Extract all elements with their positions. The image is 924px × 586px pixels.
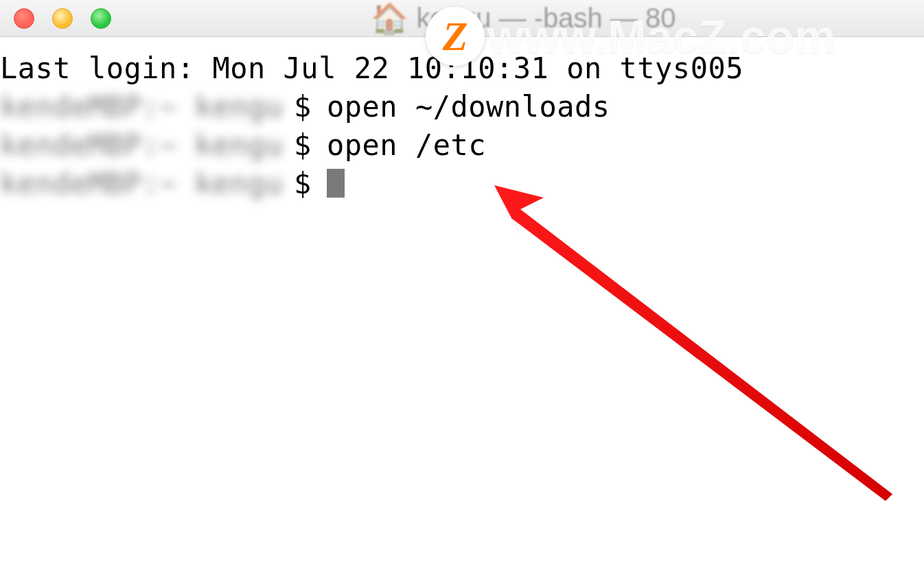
minimize-button[interactable]	[52, 8, 73, 29]
svg-marker-0	[494, 185, 892, 501]
prompt-host: kendeMBP:~ kengu	[0, 165, 294, 203]
command-line-2: kendeMBP:~ kengu$open /etc	[0, 126, 924, 165]
prompt-host: kendeMBP:~ kengu	[0, 126, 294, 165]
prompt-symbol: $	[294, 88, 327, 126]
home-icon: 🏠	[371, 1, 408, 36]
watermark-badge-icon: Z	[426, 7, 485, 66]
command-line-1: kendeMBP:~ kengu$open ~/downloads	[0, 88, 924, 126]
command-text: open /etc	[327, 126, 486, 165]
close-button[interactable]	[14, 8, 34, 29]
prompt-host: kendeMBP:~ kengu	[0, 88, 294, 126]
watermark-text: www.MacZ.com	[487, 10, 836, 63]
command-text: open ~/downloads	[327, 88, 610, 126]
cursor	[327, 169, 345, 198]
maximize-button[interactable]	[91, 8, 111, 29]
traffic-lights	[14, 8, 111, 29]
command-line-3: kendeMBP:~ kengu$	[0, 165, 924, 203]
arrow-annotation-icon	[481, 172, 906, 515]
watermark: Z www.MacZ.com	[426, 7, 836, 66]
prompt-symbol: $	[294, 126, 327, 165]
prompt-symbol: $	[294, 165, 327, 203]
